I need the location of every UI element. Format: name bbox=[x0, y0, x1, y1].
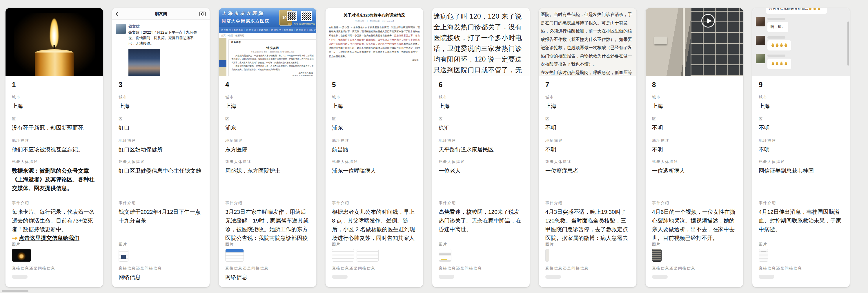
district-label: 区 bbox=[759, 117, 843, 121]
city-label: 城市 bbox=[12, 95, 97, 99]
site-sidebar bbox=[219, 38, 226, 76]
card-number: 4 bbox=[225, 81, 310, 89]
play-button-icon[interactable] bbox=[701, 14, 715, 28]
candle-thumbnail bbox=[12, 249, 31, 262]
poster-name: 钱文雄 bbox=[128, 24, 198, 29]
record-card-3[interactable]: 朋友圈 钱文雄 钱文雄于2022年4月12日下午一点十九分去世。疫情期间一切从简… bbox=[112, 8, 210, 287]
card-number: 3 bbox=[119, 81, 203, 89]
avatar bbox=[756, 17, 765, 26]
event-value: 4月12日传出消息，韦桂国因脑溢血、封控期间联系救治未果，于家中病逝。 bbox=[759, 208, 843, 234]
district-value: 徐汇 bbox=[439, 124, 523, 132]
direct-label: 直接信息还是间接信息 bbox=[225, 266, 310, 270]
folded-hands-emoji-icon bbox=[771, 61, 775, 65]
building-windows bbox=[690, 8, 743, 76]
city-label: 城市 bbox=[119, 95, 203, 99]
chat-bubble bbox=[767, 59, 791, 69]
district-value: 没有死于新冠，却因新冠而死 bbox=[12, 124, 97, 132]
record-card-6[interactable]: 迷病危了叫 120，120 来了说全上海发热门诊都关了，没有医院接收，打了一个多… bbox=[432, 8, 530, 287]
event-label: 事件介绍 bbox=[119, 201, 203, 205]
folded-hands-emoji-icon bbox=[775, 61, 779, 65]
address-value: 不明 bbox=[759, 145, 843, 154]
address-label: 地址描述 bbox=[439, 139, 523, 142]
wechat-moments-screenshot: 朋友圈 钱文雄 钱文雄于2022年4月12日下午一点十九分去世。疫情期间一切从简… bbox=[112, 8, 210, 76]
hospital-name: 同济大学附属东方医院 bbox=[222, 19, 270, 24]
weibo-text-screenshot: 医院。当时有些低烧，但是发热门诊在消杀，于是在门口的黑夜里等待了很久。可是由于有… bbox=[539, 8, 637, 76]
report-meta: 【信息来源：】【信息时间：2022-03-31】 bbox=[329, 20, 420, 23]
record-card-5[interactable]: 关于对浦东120急救中心的调查情况 【信息来源：】【信息时间：2022-03-3… bbox=[325, 8, 423, 287]
candle-photo bbox=[5, 8, 103, 76]
candle-body bbox=[35, 53, 74, 76]
deceased-value: 一位老人 bbox=[439, 167, 523, 175]
narrow-thumbnail bbox=[545, 249, 549, 262]
address-value: 不明 bbox=[545, 145, 630, 154]
address-value: 东方医院 bbox=[225, 145, 310, 154]
record-card-4[interactable]: 上海市东方医院 同济大学附属东方医院 100 微信二维码 患者移动服务平台 医院… bbox=[219, 8, 317, 287]
image-label: 图片 bbox=[119, 242, 203, 246]
deceased-value: 浦东一位哮喘病人 bbox=[332, 167, 416, 175]
empty-value-pill bbox=[652, 275, 668, 279]
folded-hands-emoji-icon bbox=[775, 43, 779, 47]
deceased-label: 死者大体描述 bbox=[439, 160, 523, 164]
record-card-8[interactable]: 8 城市上海 区不明 地址描述不明 死者大体描述一位透析病人 事件介绍4月6日的… bbox=[645, 8, 743, 287]
district-value: 不明 bbox=[545, 124, 630, 132]
city-value: 上海 bbox=[332, 102, 416, 111]
qr-code-icon bbox=[287, 11, 297, 21]
report-sign: 浦东新 bbox=[329, 59, 420, 62]
document-thumbnail bbox=[356, 249, 379, 262]
chat-scrollbar[interactable] bbox=[847, 22, 849, 65]
folded-hands-emoji-icon bbox=[784, 61, 788, 65]
folded-hands-emoji-icon bbox=[817, 8, 821, 10]
folded-hands-emoji-icon bbox=[771, 43, 775, 47]
statement-meta: 作者:系统管理员 发表于: 2022/3/25 2:46:48 有153人阅读 bbox=[229, 51, 316, 53]
address-label: 地址描述 bbox=[759, 139, 843, 142]
event-value: 每张卡片、每行记录，代表着一条逝去的鲜活生命。目前有73+位死者！数据持续更新中… bbox=[12, 208, 97, 234]
large-text-screenshot: 迷病危了叫 120，120 来了说全上海发热门诊都关了，没有医院接收，打了一个多… bbox=[432, 8, 530, 76]
video-still bbox=[646, 8, 743, 76]
statement-title: 情况说明 bbox=[229, 46, 316, 50]
card-number: 5 bbox=[332, 81, 416, 89]
district-value: 不明 bbox=[759, 124, 843, 132]
empty-value-pill bbox=[332, 275, 348, 279]
statement-sign: 同济大学附属东方医院 bbox=[229, 75, 313, 76]
record-card-1[interactable]: 1 城市上海 区没有死于新冠，却因新冠而死 地址描述他们不应该被漠视甚至忘记。 … bbox=[5, 8, 103, 287]
image-label: 图片 bbox=[332, 242, 416, 246]
horizontal-scrollbar[interactable] bbox=[2, 290, 28, 292]
deceased-label: 死者大体描述 bbox=[759, 160, 843, 164]
deceased-label: 死者大体描述 bbox=[332, 160, 416, 164]
qr-code-icon bbox=[301, 11, 312, 21]
screenshot-thumbnail bbox=[119, 249, 128, 262]
avatar bbox=[756, 54, 765, 63]
event-label: 事件介绍 bbox=[332, 201, 416, 205]
direct-label: 直接信息还是间接信息 bbox=[652, 266, 737, 270]
city-label: 城市 bbox=[439, 95, 523, 99]
address-value: 天平路街道永康居民区 bbox=[439, 145, 523, 154]
portrait-photo bbox=[128, 49, 160, 76]
folded-hands-emoji-icon bbox=[784, 43, 788, 47]
deceased-value: 一位癌症患者 bbox=[545, 167, 630, 175]
city-label: 城市 bbox=[652, 95, 737, 99]
investigation-report-screenshot: 关于对浦东120急救中心的调查情况 【信息来源：】【信息时间：2022-03-3… bbox=[326, 8, 423, 76]
record-card-9[interactable]: 只有其女儿眼见其病逝... 啊，这。 9 城市上海 区不明 地址描述不明 死者大 bbox=[752, 8, 850, 287]
submit-info-link[interactable]: 点击这里提交信息给我们 bbox=[12, 234, 97, 242]
address-value: 他们不应该被漠视甚至忘记。 bbox=[12, 145, 97, 154]
chat-bubble: 啊，这。 bbox=[767, 22, 788, 32]
city-value: 上海 bbox=[119, 102, 203, 111]
image-label: 图片 bbox=[225, 242, 310, 246]
district-label: 区 bbox=[545, 117, 630, 121]
statement-sign: 上海市东方医院 bbox=[229, 71, 313, 75]
district-value: 不明 bbox=[652, 124, 737, 132]
deceased-label: 死者大体描述 bbox=[545, 160, 630, 164]
hospital-website-screenshot: 上海市东方医院 同济大学附属东方医院 100 微信二维码 患者移动服务平台 医院… bbox=[219, 8, 316, 76]
city-label: 城市 bbox=[545, 95, 630, 99]
deceased-value: 周盛妮，东方医院护士 bbox=[225, 167, 310, 175]
direct-value: 网络信息 bbox=[119, 273, 203, 282]
folded-hands-emoji-icon bbox=[780, 43, 783, 47]
city-value: 上海 bbox=[545, 102, 630, 111]
city-label: 城市 bbox=[332, 95, 416, 99]
page-thumbnail bbox=[759, 249, 768, 262]
district-label: 区 bbox=[12, 117, 97, 121]
empty-value-pill bbox=[759, 275, 774, 279]
city-label: 城市 bbox=[225, 95, 310, 99]
direct-value: 网络信息 bbox=[225, 273, 310, 282]
record-card-7[interactable]: 医院。当时有些低烧，但是发热门诊在消杀，于是在门口的黑夜里等待了很久。可是由于有… bbox=[539, 8, 637, 287]
